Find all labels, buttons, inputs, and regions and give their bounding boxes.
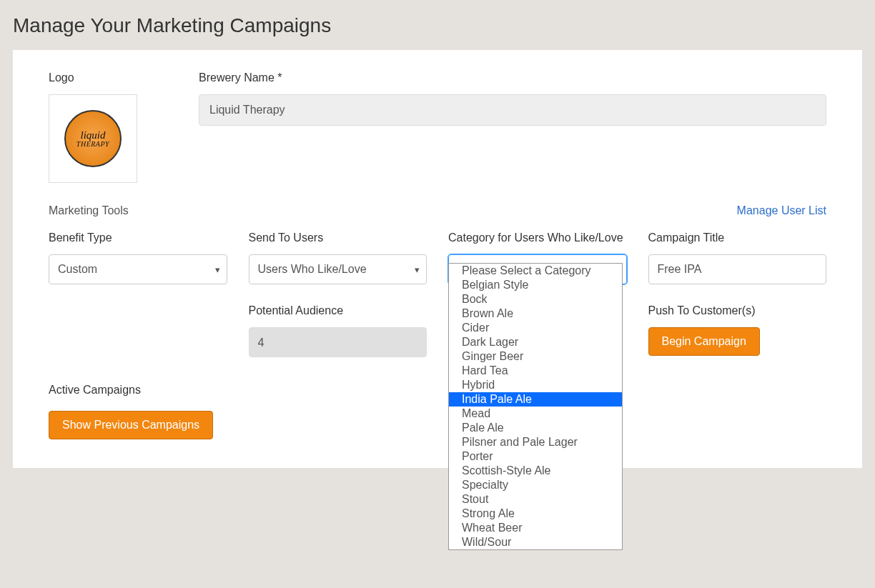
category-option[interactable]: Belgian Style xyxy=(449,278,622,292)
marketing-tools-label: Marketing Tools xyxy=(49,204,129,217)
logo-label: Logo xyxy=(49,71,177,84)
potential-audience-label: Potential Audience xyxy=(249,304,427,317)
brewery-name-field: Liquid Therapy xyxy=(199,94,826,126)
category-option[interactable]: Wheat Beer xyxy=(449,521,622,535)
manage-user-list-link[interactable]: Manage User List xyxy=(737,204,826,217)
category-option[interactable]: Scottish-Style Ale xyxy=(449,464,622,478)
category-option[interactable]: Please Select a Category xyxy=(449,264,622,278)
push-label: Push To Customer(s) xyxy=(648,304,827,317)
benefit-type-label: Benefit Type xyxy=(49,231,227,244)
category-option[interactable]: Strong Ale xyxy=(449,507,622,521)
logo-text-top: liquid xyxy=(80,130,105,141)
category-option[interactable]: Wild/Sour xyxy=(449,535,622,549)
send-to-users-label: Send To Users xyxy=(249,231,427,244)
category-option[interactable]: Pale Ale xyxy=(449,421,622,435)
category-option[interactable]: Hybrid xyxy=(449,378,622,392)
category-option[interactable]: Mead xyxy=(449,407,622,421)
benefit-type-select[interactable]: Custom xyxy=(49,254,227,284)
brewery-name-label: Brewery Name * xyxy=(199,71,826,84)
category-option[interactable]: Ginger Beer xyxy=(449,349,622,364)
category-option[interactable]: Stout xyxy=(449,492,622,507)
logo-preview[interactable]: liquid THERAPY xyxy=(49,94,137,183)
category-dropdown-listbox[interactable]: Please Select a CategoryBelgian StyleBoc… xyxy=(448,263,623,550)
logo-text-bottom: THERAPY xyxy=(76,141,109,148)
category-option[interactable]: Hard Tea xyxy=(449,364,622,378)
category-option[interactable]: Pilsner and Pale Lager xyxy=(449,435,622,449)
category-option[interactable]: Porter xyxy=(449,449,622,464)
logo-image: liquid THERAPY xyxy=(64,110,122,167)
category-label: Category for Users Who Like/Love xyxy=(448,231,627,244)
category-option[interactable]: India Pale Ale xyxy=(449,392,622,407)
category-option[interactable]: Bock xyxy=(449,292,622,307)
campaign-title-label: Campaign Title xyxy=(648,231,827,244)
category-option[interactable]: Specialty xyxy=(449,478,622,492)
active-campaigns-label: Active Campaigns xyxy=(49,384,826,397)
begin-campaign-button[interactable]: Begin Campaign xyxy=(648,327,760,356)
main-panel: Logo liquid THERAPY Brewery Name * Liqui… xyxy=(13,50,862,468)
send-to-users-select[interactable]: Users Who Like/Love xyxy=(249,254,427,284)
campaign-title-field[interactable] xyxy=(648,254,827,284)
category-option[interactable]: Dark Lager xyxy=(449,335,622,349)
show-previous-campaigns-button[interactable]: Show Previous Campaigns xyxy=(49,411,213,439)
page-title: Manage Your Marketing Campaigns xyxy=(13,0,862,50)
category-option[interactable]: Brown Ale xyxy=(449,307,622,321)
category-option[interactable]: Cider xyxy=(449,321,622,335)
potential-audience-value: 4 xyxy=(249,327,427,357)
